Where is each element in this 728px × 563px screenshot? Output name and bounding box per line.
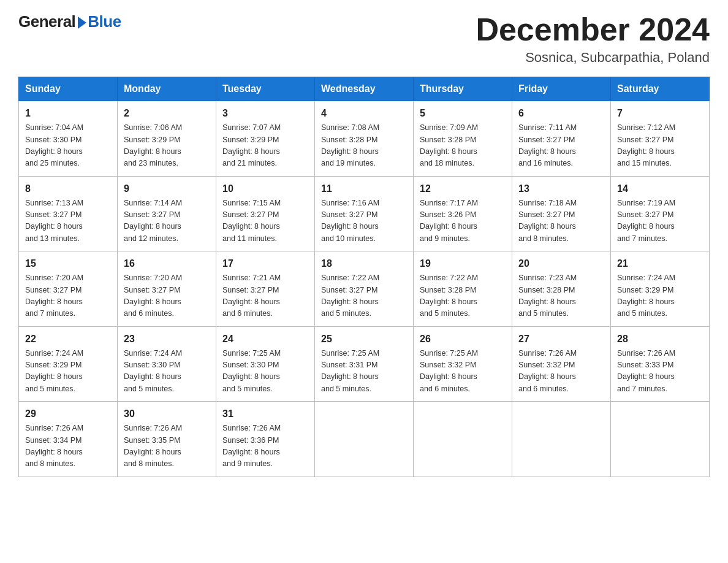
day-number: 28 [617,332,703,347]
day-info: Sunrise: 7:12 AMSunset: 3:27 PMDaylight:… [617,122,703,170]
title-block: December 2024 Sosnica, Subcarpathia, Pol… [476,12,710,66]
table-row: 23Sunrise: 7:24 AMSunset: 3:30 PMDayligh… [118,326,216,402]
calendar-week-row: 8Sunrise: 7:13 AMSunset: 3:27 PMDaylight… [19,176,710,251]
day-info: Sunrise: 7:18 AMSunset: 3:27 PMDaylight:… [518,197,604,245]
day-number: 18 [321,256,407,271]
day-info: Sunrise: 7:26 AMSunset: 3:33 PMDaylight:… [617,348,703,396]
day-number: 12 [420,182,506,196]
day-number: 16 [124,256,210,271]
day-number: 26 [420,332,506,347]
table-row: 7Sunrise: 7:12 AMSunset: 3:27 PMDaylight… [611,101,710,177]
day-info: Sunrise: 7:16 AMSunset: 3:27 PMDaylight:… [321,197,407,245]
table-row: 22Sunrise: 7:24 AMSunset: 3:29 PMDayligh… [19,326,118,402]
day-info: Sunrise: 7:11 AMSunset: 3:27 PMDaylight:… [518,122,604,170]
day-info: Sunrise: 7:23 AMSunset: 3:28 PMDaylight:… [518,272,604,320]
day-info: Sunrise: 7:17 AMSunset: 3:26 PMDaylight:… [420,197,506,245]
day-info: Sunrise: 7:25 AMSunset: 3:32 PMDaylight:… [420,348,506,396]
day-info: Sunrise: 7:24 AMSunset: 3:30 PMDaylight:… [124,348,210,396]
col-header-wednesday: Wednesday [315,77,414,101]
table-row [414,402,512,477]
table-row: 13Sunrise: 7:18 AMSunset: 3:27 PMDayligh… [512,176,611,251]
table-row: 19Sunrise: 7:22 AMSunset: 3:28 PMDayligh… [414,251,512,327]
day-info: Sunrise: 7:22 AMSunset: 3:27 PMDaylight:… [321,272,407,320]
logo-blue-text: Blue [88,12,121,31]
table-row: 6Sunrise: 7:11 AMSunset: 3:27 PMDaylight… [512,101,611,177]
table-row: 17Sunrise: 7:21 AMSunset: 3:27 PMDayligh… [216,251,315,327]
day-number: 9 [124,182,210,196]
table-row: 27Sunrise: 7:26 AMSunset: 3:32 PMDayligh… [512,326,611,402]
day-number: 21 [617,256,703,271]
table-row: 5Sunrise: 7:09 AMSunset: 3:28 PMDaylight… [414,101,512,177]
day-info: Sunrise: 7:24 AMSunset: 3:29 PMDaylight:… [617,272,703,320]
day-info: Sunrise: 7:22 AMSunset: 3:28 PMDaylight:… [420,272,506,320]
table-row: 2Sunrise: 7:06 AMSunset: 3:29 PMDaylight… [118,101,216,177]
calendar-table: SundayMondayTuesdayWednesdayThursdayFrid… [18,77,710,477]
day-info: Sunrise: 7:08 AMSunset: 3:28 PMDaylight:… [321,122,407,170]
day-number: 17 [222,256,308,271]
table-row: 18Sunrise: 7:22 AMSunset: 3:27 PMDayligh… [315,251,414,327]
day-info: Sunrise: 7:09 AMSunset: 3:28 PMDaylight:… [420,122,506,170]
table-row: 20Sunrise: 7:23 AMSunset: 3:28 PMDayligh… [512,251,611,327]
day-info: Sunrise: 7:24 AMSunset: 3:29 PMDaylight:… [25,348,111,396]
table-row [611,402,710,477]
day-info: Sunrise: 7:14 AMSunset: 3:27 PMDaylight:… [124,197,210,245]
table-row: 3Sunrise: 7:07 AMSunset: 3:29 PMDaylight… [216,101,315,177]
day-info: Sunrise: 7:26 AMSunset: 3:32 PMDaylight:… [518,348,604,396]
table-row: 1Sunrise: 7:04 AMSunset: 3:30 PMDaylight… [19,101,118,177]
page-header: General Blue December 2024 Sosnica, Subc… [18,12,710,66]
day-info: Sunrise: 7:19 AMSunset: 3:27 PMDaylight:… [617,197,703,245]
table-row: 21Sunrise: 7:24 AMSunset: 3:29 PMDayligh… [611,251,710,327]
table-row [315,402,414,477]
day-number: 25 [321,332,407,347]
day-info: Sunrise: 7:07 AMSunset: 3:29 PMDaylight:… [222,122,308,170]
day-info: Sunrise: 7:20 AMSunset: 3:27 PMDaylight:… [25,272,111,320]
table-row: 15Sunrise: 7:20 AMSunset: 3:27 PMDayligh… [19,251,118,327]
day-number: 29 [25,407,111,421]
day-number: 23 [124,332,210,347]
table-row: 29Sunrise: 7:26 AMSunset: 3:34 PMDayligh… [19,402,118,477]
table-row: 12Sunrise: 7:17 AMSunset: 3:26 PMDayligh… [414,176,512,251]
day-number: 31 [222,407,308,421]
day-number: 30 [124,407,210,421]
col-header-tuesday: Tuesday [216,77,315,101]
day-info: Sunrise: 7:21 AMSunset: 3:27 PMDaylight:… [222,272,308,320]
day-number: 11 [321,182,407,196]
day-info: Sunrise: 7:15 AMSunset: 3:27 PMDaylight:… [222,197,308,245]
calendar-header-row: SundayMondayTuesdayWednesdayThursdayFrid… [19,77,710,101]
day-info: Sunrise: 7:26 AMSunset: 3:34 PMDaylight:… [25,423,111,470]
day-number: 1 [25,106,111,121]
day-number: 4 [321,106,407,121]
table-row: 14Sunrise: 7:19 AMSunset: 3:27 PMDayligh… [611,176,710,251]
calendar-week-row: 1Sunrise: 7:04 AMSunset: 3:30 PMDaylight… [19,101,710,177]
day-number: 6 [518,106,604,121]
day-number: 22 [25,332,111,347]
table-row [512,402,611,477]
table-row: 30Sunrise: 7:26 AMSunset: 3:35 PMDayligh… [118,402,216,477]
table-row: 24Sunrise: 7:25 AMSunset: 3:30 PMDayligh… [216,326,315,402]
col-header-monday: Monday [118,77,216,101]
col-header-saturday: Saturday [611,77,710,101]
day-number: 19 [420,256,506,271]
table-row: 28Sunrise: 7:26 AMSunset: 3:33 PMDayligh… [611,326,710,402]
day-info: Sunrise: 7:25 AMSunset: 3:31 PMDaylight:… [321,348,407,396]
day-number: 7 [617,106,703,121]
day-number: 27 [518,332,604,347]
day-number: 15 [25,256,111,271]
table-row: 10Sunrise: 7:15 AMSunset: 3:27 PMDayligh… [216,176,315,251]
calendar-week-row: 29Sunrise: 7:26 AMSunset: 3:34 PMDayligh… [19,402,710,477]
day-number: 13 [518,182,604,196]
table-row: 31Sunrise: 7:26 AMSunset: 3:36 PMDayligh… [216,402,315,477]
day-info: Sunrise: 7:25 AMSunset: 3:30 PMDaylight:… [222,348,308,396]
table-row: 9Sunrise: 7:14 AMSunset: 3:27 PMDaylight… [118,176,216,251]
day-info: Sunrise: 7:06 AMSunset: 3:29 PMDaylight:… [124,122,210,170]
calendar-week-row: 22Sunrise: 7:24 AMSunset: 3:29 PMDayligh… [19,326,710,402]
day-number: 14 [617,182,703,196]
day-info: Sunrise: 7:26 AMSunset: 3:36 PMDaylight:… [222,423,308,470]
day-number: 10 [222,182,308,196]
calendar-week-row: 15Sunrise: 7:20 AMSunset: 3:27 PMDayligh… [19,251,710,327]
table-row: 11Sunrise: 7:16 AMSunset: 3:27 PMDayligh… [315,176,414,251]
table-row: 8Sunrise: 7:13 AMSunset: 3:27 PMDaylight… [19,176,118,251]
day-number: 3 [222,106,308,121]
col-header-sunday: Sunday [19,77,118,101]
month-title: December 2024 [476,12,710,47]
